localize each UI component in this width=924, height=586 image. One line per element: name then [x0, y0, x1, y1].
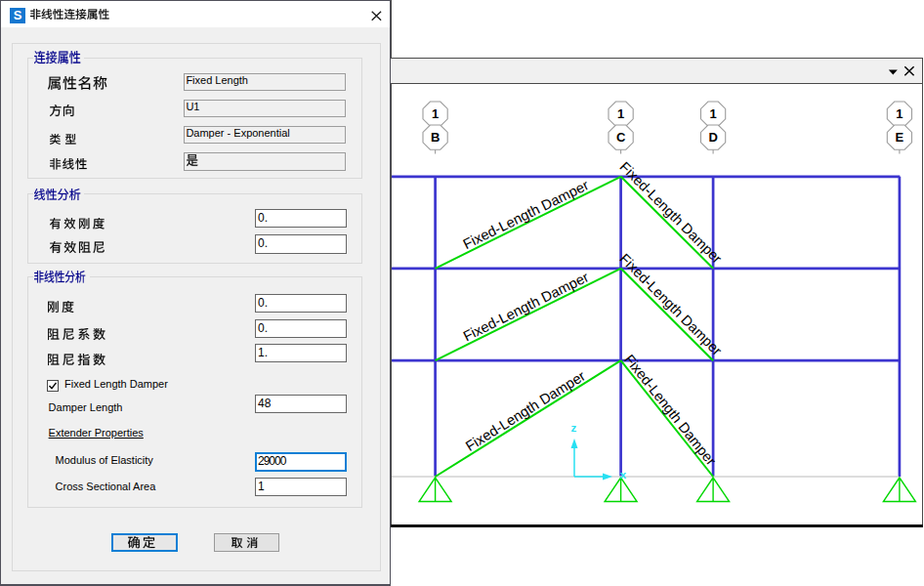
svg-text:Fixed-Length Damper: Fixed-Length Damper: [621, 352, 719, 469]
svg-text:Fixed-Length Damper: Fixed-Length Damper: [461, 269, 592, 344]
svg-text:E: E: [896, 130, 904, 145]
svg-text:Fixed-Length Damper: Fixed-Length Damper: [616, 251, 725, 359]
svg-text:D: D: [708, 130, 717, 145]
svg-text:Fixed-Length Damper: Fixed-Length Damper: [461, 177, 592, 252]
svg-text:1: 1: [896, 106, 903, 121]
svg-text:x: x: [620, 469, 627, 481]
svg-text:C: C: [616, 130, 626, 145]
svg-text:1: 1: [709, 106, 716, 121]
svg-text:1: 1: [617, 106, 624, 121]
svg-text:1: 1: [432, 106, 439, 121]
svg-text:B: B: [431, 130, 440, 145]
svg-text:z: z: [571, 422, 577, 434]
svg-text:Fixed-Length Damper: Fixed-Length Damper: [616, 159, 725, 267]
svg-text:Fixed-Length Damper: Fixed-Length Damper: [463, 367, 588, 453]
